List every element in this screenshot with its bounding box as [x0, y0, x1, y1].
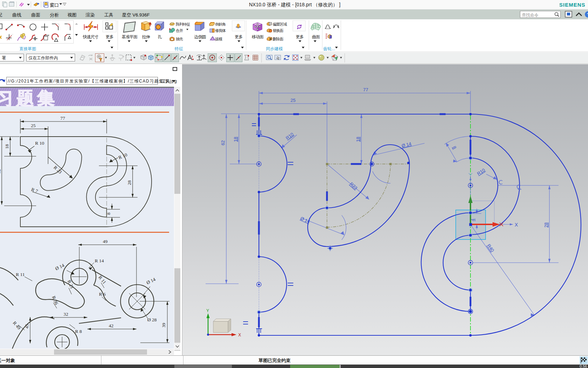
svg-text:Ø 28: Ø 28: [147, 317, 157, 322]
svg-text:R40: R40: [486, 243, 495, 253]
svg-text:R10: R10: [285, 131, 295, 140]
svg-text:18: 18: [355, 137, 361, 142]
svg-text:32: 32: [64, 311, 68, 317]
svg-text:X: X: [515, 222, 518, 228]
svg-text:8: 8: [106, 212, 111, 215]
svg-text:R 11: R 11: [98, 275, 107, 285]
svg-text:R 49: R 49: [12, 320, 22, 330]
svg-text:Ø 14: Ø 14: [54, 263, 65, 271]
svg-text:Ø 14: Ø 14: [401, 141, 412, 149]
svg-text:R 23: R 23: [53, 165, 63, 175]
svg-text:R 6: R 6: [99, 291, 106, 297]
svg-text:R 10: R 10: [35, 140, 44, 146]
svg-text:Y: Y: [206, 308, 209, 313]
svg-text:39: 39: [161, 323, 166, 328]
svg-text:77: 77: [363, 87, 368, 92]
svg-text:X: X: [238, 333, 241, 337]
svg-text:62: 62: [0, 169, 1, 174]
svg-text:25: 25: [31, 123, 36, 128]
svg-text:62: 62: [220, 140, 226, 145]
svg-text:28: 28: [127, 180, 132, 185]
svg-text:42: 42: [109, 323, 114, 328]
svg-text:R 36: R 36: [51, 295, 59, 306]
svg-text:18: 18: [4, 144, 9, 149]
svg-text:R 14: R 14: [95, 258, 104, 263]
svg-text:8: 8: [452, 145, 457, 150]
svg-text:R 7: R 7: [31, 187, 39, 194]
svg-text:45: 45: [24, 324, 29, 329]
svg-text:Ø 14: Ø 14: [146, 277, 156, 285]
svg-text:18: 18: [233, 137, 238, 142]
svg-text:28: 28: [543, 223, 549, 228]
svg-text:77: 77: [60, 116, 65, 121]
svg-text:R 8: R 8: [75, 329, 82, 334]
svg-text:25: 25: [290, 98, 295, 103]
svg-text:49: 49: [103, 239, 108, 244]
svg-text:R 11: R 11: [16, 272, 25, 277]
svg-text:R10: R10: [476, 167, 486, 177]
svg-text:R 10: R 10: [118, 152, 128, 160]
